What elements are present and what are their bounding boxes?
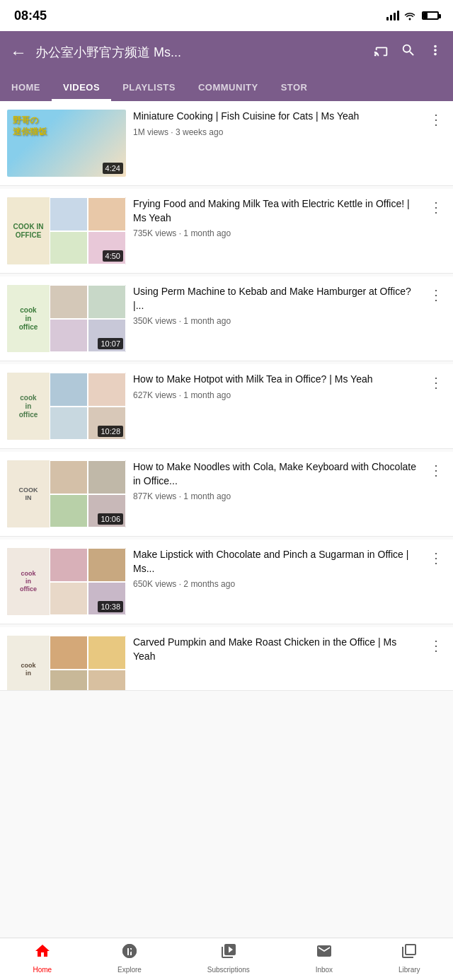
video-title: Carved Pumpkin and Make Roast Chicken in… (133, 636, 419, 663)
table-row[interactable]: cookinoffice 10:07 Using Perm Machine to… (0, 276, 453, 361)
signal-icon (386, 11, 399, 21)
video-title: Miniature Cooking | Fish Cuisine for Cat… (133, 110, 419, 124)
video-meta: 1M views · 3 weeks ago (133, 127, 419, 137)
cast-icon[interactable] (374, 42, 389, 62)
video-title: How to Make Noodles with Cola, Make Keyb… (133, 460, 419, 488)
thumbnail-6: cookinoffice 10:38 (7, 548, 126, 615)
more-options-button[interactable]: ⋮ (426, 460, 446, 480)
table-row[interactable]: COOK IN OFFICE 4:50 Frying Food and Maki… (0, 189, 453, 274)
table-row[interactable]: COOKIN 10:06 How to Make Noodles with Co… (0, 452, 453, 537)
thumbnail-4: cookinoffice 10:28 (7, 373, 126, 440)
video-info: Carved Pumpkin and Make Roast Chicken in… (133, 636, 419, 667)
tab-community[interactable]: COMMUNITY (187, 74, 270, 101)
video-info: Using Perm Machine to Kebab and Make Ham… (133, 285, 419, 326)
table-row[interactable]: cookin Carved Pumpkin and Make Roast Chi… (0, 627, 453, 691)
tab-store[interactable]: STOR (270, 74, 319, 101)
tab-playlists[interactable]: PLAYLISTS (111, 74, 187, 101)
video-duration: 10:07 (98, 338, 123, 349)
video-duration: 4:50 (103, 250, 123, 262)
status-time: 08:45 (14, 8, 47, 23)
table-row[interactable]: cookinoffice 10:38 Make Lipstick with Ch… (0, 539, 453, 624)
video-list: 野哥の迷你猫饭 4:24 Miniature Cooking | Fish Cu… (0, 101, 453, 743)
table-row[interactable]: cookinoffice 10:28 How to Make Hotpot wi… (0, 364, 453, 449)
video-meta: 627K views · 1 month ago (133, 390, 419, 400)
channel-header: ← 办公室小野官方频道 Ms... (0, 31, 453, 74)
video-info: Make Lipstick with Chocolate and Pinch a… (133, 548, 419, 589)
video-duration: 10:06 (98, 513, 123, 525)
video-duration: 10:38 (98, 601, 123, 612)
search-icon[interactable] (401, 42, 416, 62)
more-options-button[interactable]: ⋮ (426, 110, 446, 129)
tab-home[interactable]: HOME (0, 74, 52, 101)
video-info: How to Make Noodles with Cola, Make Keyb… (133, 460, 419, 501)
more-options-button[interactable]: ⋮ (426, 285, 446, 305)
thumbnail-5: COOKIN 10:06 (7, 460, 126, 527)
more-options-icon[interactable] (428, 42, 443, 62)
video-title: Using Perm Machine to Kebab and Make Ham… (133, 285, 419, 313)
more-options-button[interactable]: ⋮ (426, 636, 446, 655)
video-info: How to Make Hotpot with Milk Tea in Offi… (133, 373, 419, 400)
video-meta: 735K views · 1 month ago (133, 228, 419, 238)
channel-title: 办公室小野官方频道 Ms... (35, 44, 365, 61)
thumbnail-1: 野哥の迷你猫饭 4:24 (7, 110, 126, 177)
table-row[interactable]: 野哥の迷你猫饭 4:24 Miniature Cooking | Fish Cu… (0, 101, 453, 186)
video-meta: 877K views · 1 month ago (133, 491, 419, 501)
video-title: Frying Food and Making Milk Tea with Ele… (133, 197, 419, 225)
header-action-icons (374, 42, 443, 62)
video-duration: 4:24 (103, 163, 123, 174)
video-title: Make Lipstick with Chocolate and Pinch a… (133, 548, 419, 576)
thumbnail-7: cookin (7, 636, 126, 691)
status-bar: 08:45 (0, 0, 453, 31)
video-info: Frying Food and Making Milk Tea with Ele… (133, 197, 419, 238)
battery-icon (422, 11, 439, 20)
thumbnail-3: cookinoffice 10:07 (7, 285, 126, 352)
video-meta: 650K views · 2 months ago (133, 579, 419, 589)
more-options-button[interactable]: ⋮ (426, 373, 446, 392)
more-options-button[interactable]: ⋮ (426, 548, 446, 568)
more-options-button[interactable]: ⋮ (426, 197, 446, 217)
video-info: Miniature Cooking | Fish Cuisine for Cat… (133, 110, 419, 137)
channel-nav-tabs: HOME VIDEOS PLAYLISTS COMMUNITY STOR (0, 74, 453, 101)
status-icons (386, 11, 439, 21)
video-meta: 350K views · 1 month ago (133, 316, 419, 326)
wifi-icon (403, 11, 416, 21)
thumbnail-2: COOK IN OFFICE 4:50 (7, 197, 126, 264)
video-duration: 10:28 (98, 426, 123, 437)
video-title: How to Make Hotpot with Milk Tea in Offi… (133, 373, 419, 387)
back-button[interactable]: ← (10, 42, 27, 62)
tab-videos[interactable]: VIDEOS (52, 74, 111, 101)
